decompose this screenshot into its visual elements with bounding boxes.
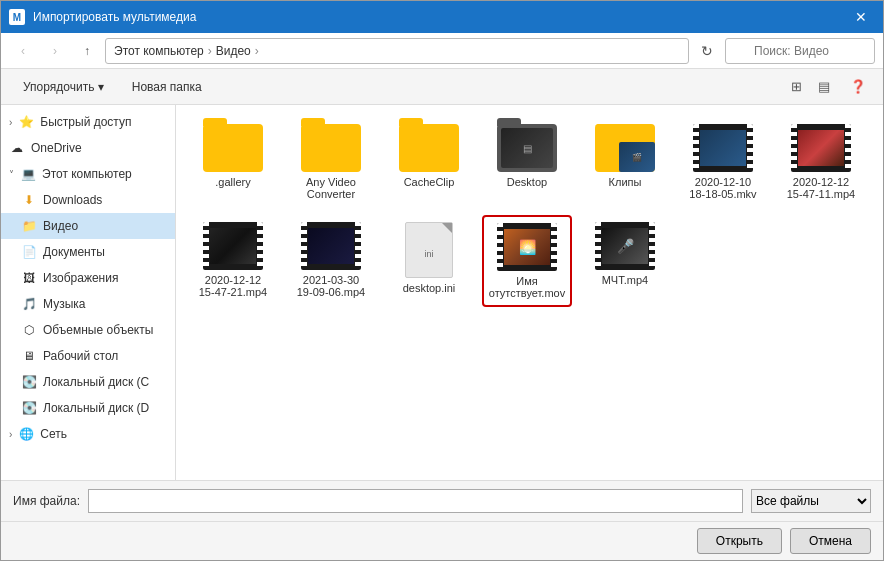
breadcrumb-part1: Этот компьютер <box>114 44 204 58</box>
folder-icon-clips: 🎬 <box>595 124 655 172</box>
sidebar-item-local-d[interactable]: 💽 Локальный диск (D <box>1 395 175 421</box>
bottom-bar: Имя файла: Все файлы <box>1 480 883 521</box>
file-label-video-dark: 2020-12-1215-47-21.mp4 <box>199 274 268 298</box>
video-inner-missing: 🌅 <box>504 229 550 265</box>
video-thumb-concert <box>301 222 361 270</box>
app-icon: M <box>9 9 25 25</box>
close-button[interactable]: ✕ <box>847 3 875 31</box>
file-label-video-top: 2020-12-1018-18-05.mkv <box>689 176 756 200</box>
video-inner-dark <box>210 228 256 264</box>
sidebar-label-objects: Объемные объекты <box>43 323 153 337</box>
file-label-desktop-folder: Desktop <box>507 176 547 188</box>
sidebar-item-quick-access[interactable]: › ⭐ Быстрый доступ <box>1 109 175 135</box>
file-item-any-video[interactable]: Any VideoConverter <box>286 117 376 207</box>
sidebar-label-onedrive: OneDrive <box>31 141 82 155</box>
help-button[interactable]: ❓ <box>845 74 871 100</box>
sidebar-item-network[interactable]: › 🌐 Сеть <box>1 421 175 447</box>
up-button[interactable]: ↑ <box>73 37 101 65</box>
window-title: Импортировать мультимедиа <box>33 10 847 24</box>
disk-d-icon: 💽 <box>21 400 37 416</box>
main-area: › ⭐ Быстрый доступ ☁ OneDrive ˅ 💻 Этот к… <box>1 105 883 480</box>
sidebar-label-quick-access: Быстрый доступ <box>40 115 131 129</box>
sidebar-label-local-c: Локальный диск (C <box>43 375 149 389</box>
folder-icon-cacheclip <box>399 124 459 172</box>
file-item-video-hs[interactable]: 2020-12-1215-47-11.mp4 <box>776 117 866 207</box>
refresh-button[interactable]: ↻ <box>693 37 721 65</box>
sidebar-item-downloads[interactable]: ⬇ Downloads <box>1 187 175 213</box>
file-label-gallery: .gallery <box>215 176 250 188</box>
file-label-desktop-ini: desktop.ini <box>403 282 456 294</box>
video-inner-top <box>700 130 746 166</box>
filename-input[interactable] <box>88 489 743 513</box>
file-item-desktop-ini[interactable]: ini desktop.ini <box>384 215 474 307</box>
cloud-icon: ☁ <box>9 140 25 156</box>
file-item-video-concert[interactable]: 2021-03-3019-09-06.mp4 <box>286 215 376 307</box>
sidebar-item-desktop[interactable]: 🖥 Рабочий стол <box>1 343 175 369</box>
sidebar-label-downloads: Downloads <box>43 193 102 207</box>
forward-button[interactable]: › <box>41 37 69 65</box>
open-button[interactable]: Открыть <box>697 528 782 554</box>
file-item-video-dark[interactable]: 2020-12-1215-47-21.mp4 <box>188 215 278 307</box>
sidebar-label-this-pc: Этот компьютер <box>42 167 132 181</box>
sidebar-label-videos: Видео <box>43 219 78 233</box>
cube-icon: ⬡ <box>21 322 37 338</box>
file-label-mcht: МЧТ.mp4 <box>602 274 648 286</box>
disk-c-icon: 💽 <box>21 374 37 390</box>
sidebar-label-network: Сеть <box>40 427 67 441</box>
video-inner-hs <box>798 130 844 166</box>
file-label-missing-mov: Имяотутствует.mov <box>489 275 565 299</box>
sidebar-item-local-c[interactable]: 💽 Локальный диск (C <box>1 369 175 395</box>
content-area: .gallery Any VideoConverter CacheClip <box>176 105 883 480</box>
file-label-clips: Клипы <box>609 176 642 188</box>
file-item-clips[interactable]: 🎬 Клипы <box>580 117 670 207</box>
back-button[interactable]: ‹ <box>9 37 37 65</box>
view-list-button[interactable]: ▤ <box>811 74 837 100</box>
breadcrumb-sep2: › <box>255 44 259 58</box>
folder-icon-any-video <box>301 124 361 172</box>
images-icon: 🖼 <box>21 270 37 286</box>
video-thumb-hs <box>791 124 851 172</box>
nav-bar: ‹ › ↑ Этот компьютер › Видео › ↻ 🔍 <box>1 33 883 69</box>
file-label-any-video: Any VideoConverter <box>306 176 356 200</box>
organize-button[interactable]: Упорядочить ▾ <box>13 76 114 98</box>
video-thumb-missing: 🌅 <box>497 223 557 271</box>
folder-icon-gallery <box>203 124 263 172</box>
sidebar-item-this-pc[interactable]: ˅ 💻 Этот компьютер <box>1 161 175 187</box>
sidebar-item-onedrive[interactable]: ☁ OneDrive <box>1 135 175 161</box>
search-input[interactable] <box>725 38 875 64</box>
file-grid: .gallery Any VideoConverter CacheClip <box>188 117 871 307</box>
breadcrumb-part2: Видео <box>216 44 251 58</box>
file-item-video-top[interactable]: 2020-12-1018-18-05.mkv <box>678 117 768 207</box>
desktop-icon: 🖥 <box>21 348 37 364</box>
dialog-window: M Импортировать мультимедиа ✕ ‹ › ↑ Этот… <box>0 0 884 561</box>
sidebar-item-videos[interactable]: 📁 Видео <box>1 213 175 239</box>
sidebar-item-images[interactable]: 🖼 Изображения <box>1 265 175 291</box>
video-folder-icon: 📁 <box>21 218 37 234</box>
cancel-button[interactable]: Отмена <box>790 528 871 554</box>
documents-icon: 📄 <box>21 244 37 260</box>
view-tiles-button[interactable]: ⊞ <box>783 74 809 100</box>
file-label-video-hs: 2020-12-1215-47-11.mp4 <box>787 176 856 200</box>
expand-icon-3: › <box>9 429 12 440</box>
sidebar-item-music[interactable]: 🎵 Музыка <box>1 291 175 317</box>
file-type-select[interactable]: Все файлы <box>751 489 871 513</box>
sidebar-item-objects[interactable]: ⬡ Объемные объекты <box>1 317 175 343</box>
video-thumb-mcht: 🎤 <box>595 222 655 270</box>
sidebar-item-documents[interactable]: 📄 Документы <box>1 239 175 265</box>
sidebar-label-local-d: Локальный диск (D <box>43 401 149 415</box>
file-item-desktop-folder[interactable]: ▤ Desktop <box>482 117 572 207</box>
sidebar-label-documents: Документы <box>43 245 105 259</box>
breadcrumb[interactable]: Этот компьютер › Видео › <box>105 38 689 64</box>
sidebar-label-images: Изображения <box>43 271 118 285</box>
file-item-mcht[interactable]: 🎤 МЧТ.mp4 <box>580 215 670 307</box>
new-folder-button[interactable]: Новая папка <box>122 76 212 98</box>
title-bar: M Импортировать мультимедиа ✕ <box>1 1 883 33</box>
computer-icon: 💻 <box>20 166 36 182</box>
file-item-missing-mov[interactable]: 🌅 Имяотутствует.mov <box>482 215 572 307</box>
file-item-gallery[interactable]: .gallery <box>188 117 278 207</box>
sidebar-label-desktop: Рабочий стол <box>43 349 118 363</box>
music-icon: 🎵 <box>21 296 37 312</box>
sidebar-label-music: Музыка <box>43 297 85 311</box>
file-item-cacheclip[interactable]: CacheClip <box>384 117 474 207</box>
generic-file-ini: ini <box>405 222 453 278</box>
